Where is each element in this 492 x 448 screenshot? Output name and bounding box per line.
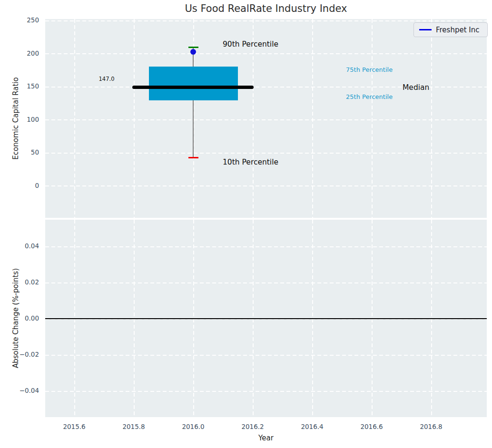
top-plot-area: 90th Percentile 10th Percentile 75th Per… [45,19,487,218]
gridline-v [134,19,135,218]
p10-cap [188,157,198,158]
gridline-v [372,19,373,218]
y-axis-label-bottom: Absolute Change (%-points) [11,268,20,368]
xtick: 2016.2 [236,423,269,430]
gridline-v [312,19,313,218]
annotation-25th-percentile: 25th Percentile [346,93,393,100]
gridline-h [45,391,487,392]
gridline-v [431,19,432,218]
legend-box: Freshpet Inc [413,22,488,37]
x-axis-label: Year [45,434,487,442]
xtick: 2016.6 [355,423,388,430]
chart-title: Us Food RealRate Industry Index [45,3,487,14]
legend-label: Freshpet Inc [436,26,480,34]
p90-cap [188,47,198,48]
legend-line-sample [419,29,432,30]
gridline-h [45,20,487,21]
y-axis-label-top: Economic Capital Ratio [11,77,20,159]
gridline-h [45,355,487,356]
xtick: 2016.8 [414,423,448,430]
annotation-90th-percentile: 90th Percentile [223,40,278,49]
zero-line [45,318,487,319]
xtick: 2016.4 [295,423,329,430]
gridline-h [45,119,487,120]
gridline-h [45,246,487,247]
xtick: 2015.6 [58,423,91,430]
figure: Us Food RealRate Industry Index 90th Per… [0,0,492,448]
gridline-h [45,282,487,283]
iqr-box [149,67,238,100]
gridline-h [45,153,487,154]
xtick: 2015.8 [117,423,150,430]
ytick-bottom: 0.04 [0,242,39,250]
bottom-plot-area [45,220,487,417]
annotation-10th-percentile: 10th Percentile [223,158,278,166]
annotation-median-value: 147.0 [95,76,118,82]
gridline-v [253,19,254,218]
ytick-bottom: −0.04 [0,387,39,394]
freshpet-point [190,49,196,55]
median-line [132,86,254,89]
ytick-top: 250 [0,16,39,24]
annotation-75th-percentile: 75th Percentile [346,66,393,73]
gridline-h [45,185,487,186]
gridline-h [45,53,487,54]
gridline-v [74,19,75,218]
ytick-top: 200 [0,49,39,57]
ytick-top: 0 [0,182,39,189]
xtick: 2016.0 [177,423,210,430]
annotation-median: Median [403,83,429,92]
whisker-line [193,47,194,158]
